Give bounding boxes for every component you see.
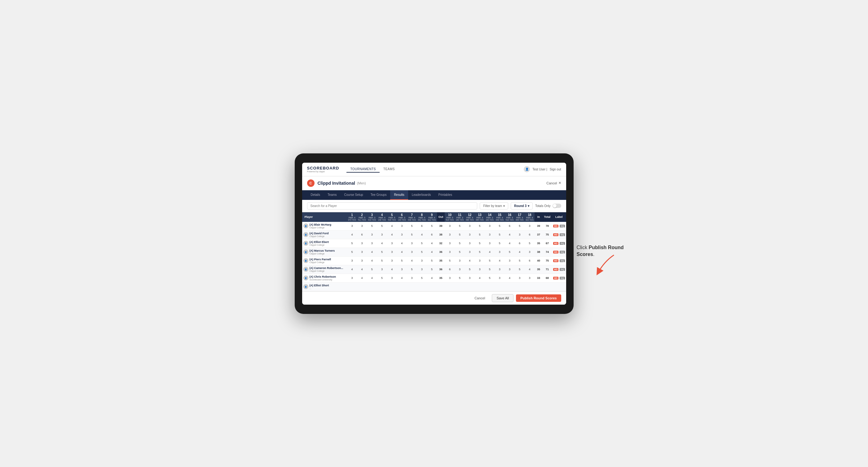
- score-hole-3[interactable]: [367, 230, 377, 239]
- score-hole-18[interactable]: [525, 248, 534, 256]
- score-input-hole-18[interactable]: [527, 242, 532, 245]
- score-hole-13[interactable]: [475, 256, 485, 265]
- score-input-hole-13[interactable]: [477, 250, 483, 253]
- score-input-hole-9[interactable]: [429, 250, 434, 253]
- score-hole-17[interactable]: [515, 256, 525, 265]
- score-input-hole-15[interactable]: [497, 276, 502, 280]
- tab-results[interactable]: Results: [390, 190, 408, 200]
- score-hole-15[interactable]: [495, 248, 504, 256]
- score-hole-9[interactable]: [427, 239, 437, 248]
- score-input-hole-11[interactable]: [457, 242, 463, 245]
- score-input-hole-9[interactable]: [429, 242, 434, 245]
- score-hole-12[interactable]: [465, 248, 475, 256]
- score-hole-18[interactable]: [525, 230, 534, 239]
- score-hole-11[interactable]: [455, 222, 465, 230]
- score-hole-8[interactable]: [417, 248, 427, 256]
- score-hole-4[interactable]: [377, 248, 387, 256]
- score-input-hole-16[interactable]: [507, 268, 513, 271]
- score-hole-9[interactable]: [427, 222, 437, 230]
- score-hole-16[interactable]: [504, 282, 515, 291]
- score-input-hole-9[interactable]: [429, 285, 434, 288]
- score-input-hole-2[interactable]: [359, 242, 365, 245]
- score-input-hole-11[interactable]: [457, 259, 463, 262]
- score-hole-13[interactable]: [475, 265, 485, 274]
- score-input-hole-8[interactable]: [419, 224, 425, 227]
- score-hole-9[interactable]: [427, 230, 437, 239]
- score-hole-13[interactable]: [475, 274, 485, 282]
- score-input-hole-18[interactable]: [527, 268, 532, 271]
- score-input-hole-10[interactable]: [447, 259, 453, 262]
- score-hole-12[interactable]: [465, 230, 475, 239]
- score-input-hole-3[interactable]: [369, 276, 375, 280]
- score-input-hole-4[interactable]: [379, 268, 384, 271]
- score-hole-6[interactable]: [397, 265, 407, 274]
- score-input-hole-4[interactable]: [379, 224, 384, 227]
- score-input-hole-13[interactable]: [477, 285, 483, 288]
- score-input-hole-5[interactable]: [389, 285, 395, 288]
- score-hole-15[interactable]: [495, 222, 504, 230]
- score-input-hole-5[interactable]: [389, 259, 395, 262]
- score-input-hole-18[interactable]: [527, 276, 532, 280]
- score-input-hole-15[interactable]: [497, 285, 502, 288]
- score-input-hole-6[interactable]: [399, 276, 405, 280]
- score-input-hole-2[interactable]: [359, 233, 365, 236]
- score-hole-9[interactable]: [427, 265, 437, 274]
- score-input-hole-9[interactable]: [429, 233, 434, 236]
- score-hole-15[interactable]: [495, 230, 504, 239]
- score-hole-13[interactable]: [475, 248, 485, 256]
- score-input-hole-5[interactable]: [389, 268, 395, 271]
- tab-details[interactable]: Details: [307, 190, 324, 200]
- score-hole-8[interactable]: [417, 239, 427, 248]
- score-input-hole-7[interactable]: [409, 259, 415, 262]
- score-hole-4[interactable]: [377, 256, 387, 265]
- score-hole-2[interactable]: [357, 282, 367, 291]
- score-hole-14[interactable]: [485, 230, 495, 239]
- score-hole-9[interactable]: [427, 282, 437, 291]
- score-input-hole-12[interactable]: [467, 233, 472, 236]
- score-input-hole-7[interactable]: [409, 242, 415, 245]
- score-hole-17[interactable]: [515, 274, 525, 282]
- score-hole-6[interactable]: [397, 274, 407, 282]
- score-hole-3[interactable]: [367, 239, 377, 248]
- score-input-hole-18[interactable]: [527, 250, 532, 253]
- score-hole-15[interactable]: [495, 282, 504, 291]
- score-hole-1[interactable]: [347, 248, 357, 256]
- save-all-button[interactable]: Save All: [492, 294, 514, 302]
- tab-printables[interactable]: Printables: [434, 190, 456, 200]
- score-hole-8[interactable]: [417, 230, 427, 239]
- score-hole-3[interactable]: [367, 248, 377, 256]
- score-hole-7[interactable]: [407, 248, 417, 256]
- score-hole-3[interactable]: [367, 256, 377, 265]
- score-hole-1[interactable]: [347, 256, 357, 265]
- score-hole-7[interactable]: [407, 265, 417, 274]
- score-hole-13[interactable]: [475, 239, 485, 248]
- score-hole-16[interactable]: [504, 239, 515, 248]
- score-input-hole-12[interactable]: [467, 276, 472, 280]
- score-input-hole-15[interactable]: [497, 250, 502, 253]
- score-input-hole-5[interactable]: [389, 250, 395, 253]
- round-select[interactable]: Round 3 ▾: [511, 203, 533, 210]
- score-hole-18[interactable]: [525, 239, 534, 248]
- score-hole-8[interactable]: [417, 282, 427, 291]
- score-input-hole-3[interactable]: [369, 250, 375, 253]
- score-input-hole-2[interactable]: [359, 224, 365, 227]
- filter-by-team-select[interactable]: Filter by team ▾: [480, 203, 508, 210]
- score-hole-4[interactable]: [377, 230, 387, 239]
- score-input-hole-2[interactable]: [359, 250, 365, 253]
- totals-toggle-switch[interactable]: [553, 204, 561, 208]
- score-input-hole-16[interactable]: [507, 276, 513, 280]
- score-hole-9[interactable]: [427, 274, 437, 282]
- score-hole-17[interactable]: [515, 222, 525, 230]
- score-hole-5[interactable]: [387, 239, 397, 248]
- score-hole-16[interactable]: [504, 230, 515, 239]
- score-input-hole-7[interactable]: [409, 233, 415, 236]
- score-hole-18[interactable]: [525, 274, 534, 282]
- score-input-hole-17[interactable]: [517, 268, 523, 271]
- score-hole-11[interactable]: [455, 256, 465, 265]
- score-hole-6[interactable]: [397, 248, 407, 256]
- score-hole-10[interactable]: [445, 274, 455, 282]
- score-input-hole-6[interactable]: [399, 233, 405, 236]
- score-input-hole-2[interactable]: [359, 276, 365, 280]
- score-hole-13[interactable]: [475, 222, 485, 230]
- score-input-hole-16[interactable]: [507, 259, 513, 262]
